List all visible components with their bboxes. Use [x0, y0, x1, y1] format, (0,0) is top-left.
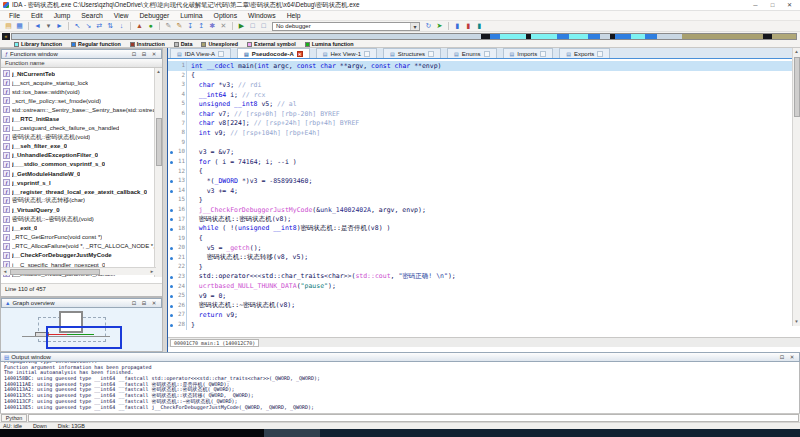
code-line[interactable]: 15 } — [168, 195, 800, 205]
script-file-icon[interactable]: ✎ — [163, 21, 174, 31]
function-list-item[interactable]: f_RTC_AllocaFailure(void *, _RTC_ALLOCA_… — [1, 242, 162, 251]
detach-icon[interactable] — [597, 51, 603, 57]
window-red-icon[interactable]: ▮ — [463, 21, 474, 31]
cross-ref-icon[interactable]: ⇄ — [94, 21, 105, 31]
pause-process-icon[interactable]: □ — [247, 21, 258, 31]
menu-help[interactable]: Help — [282, 12, 306, 19]
minimize-button[interactable]: ─ — [747, 0, 764, 10]
back-icon[interactable]: ◄ — [32, 21, 43, 31]
close-icon[interactable]: ✕ — [297, 51, 303, 57]
start-process-icon[interactable]: ▶ — [236, 21, 247, 31]
window-teal-icon[interactable]: ▮ — [474, 21, 485, 31]
maximize-panel-icon[interactable]: ⊟ — [140, 300, 148, 306]
function-list-item[interactable]: fstd::ostream::_Sentry_base::_Sentry_bas… — [1, 105, 162, 114]
chevron-down-icon[interactable]: ▾ — [410, 23, 419, 30]
detach-icon[interactable] — [218, 51, 224, 57]
menu-lumina[interactable]: Lumina — [175, 12, 207, 19]
maximize-panel-icon[interactable]: ⊟ — [140, 51, 148, 57]
code-line[interactable]: 18 while ( !(unsigned __int8)密码状态机::是否停机… — [168, 224, 800, 234]
close-button[interactable]: ✕ — [781, 0, 798, 10]
scroll-up-icon[interactable]: ▲ — [793, 48, 800, 56]
output-log[interactable]: Propagating type information...Function … — [0, 362, 800, 413]
close-panel-icon[interactable]: ✕ — [150, 51, 158, 57]
tab-pseudocode-a[interactable]: ▤Pseudocode-A✕ — [237, 48, 310, 58]
tab-hex-view-1[interactable]: ▤Hex View-1 — [316, 48, 377, 58]
python-cli-input[interactable] — [28, 414, 799, 422]
tab-enums[interactable]: ▤Enums — [447, 48, 496, 58]
function-list-item[interactable]: fj__CheckForDebuggerJustMyCode — [1, 251, 162, 260]
pseudocode-vertical-scrollbar[interactable]: ▲ ▼ — [792, 48, 800, 326]
maximize-button[interactable]: □ — [764, 0, 781, 10]
scroll-up-icon[interactable]: ▲ — [155, 68, 162, 76]
function-list-item[interactable]: f_scrt_file_policy::set_fmode(void) — [1, 96, 162, 105]
graph-viewport-rect[interactable] — [46, 326, 122, 349]
back-dropdown-icon[interactable]: ▾ — [43, 21, 54, 31]
function-list-item[interactable]: fj___stdio_common_vsprintf_s_0 — [1, 160, 162, 169]
function-list-item[interactable]: fstd::ios_base::width(void) — [1, 87, 162, 96]
function-list-item[interactable]: fj__scrt_acquire_startup_lock — [1, 78, 162, 87]
detach-icon[interactable]: ⊡ — [778, 354, 786, 360]
open-file-icon[interactable]: ▤ — [3, 21, 14, 31]
function-list-item[interactable]: f密码状态机::状态转移(char) — [1, 196, 162, 205]
menu-view[interactable]: View — [109, 12, 134, 19]
tab-ida-view-a[interactable]: ▤IDA View-A — [170, 48, 231, 58]
menu-debugger[interactable]: Debugger — [134, 12, 174, 19]
tab-structures[interactable]: ▤Structures — [383, 48, 441, 58]
code-line[interactable]: 5 unsigned __int8 v5; // al — [168, 99, 800, 109]
functions-window-header[interactable]: ƒ Functions window ⊡ ⊟ ✕ — [1, 49, 162, 59]
code-line[interactable]: 19 { — [168, 234, 800, 244]
function-name-column-header[interactable]: Function name — [1, 59, 162, 68]
code-line[interactable]: 20 v5 = _getch(); — [168, 243, 800, 253]
function-list-item[interactable]: f密码状态机::密码状态机(void) — [1, 133, 162, 142]
code-line[interactable]: 2{ — [168, 71, 800, 81]
function-list-item[interactable]: fj__castguard_check_failure_os_handled — [1, 124, 162, 133]
code-line[interactable]: 17 密码状态机::密码状态机(v8); — [168, 215, 800, 225]
scroll-thumb[interactable] — [794, 57, 800, 117]
code-line[interactable]: 16 j__CheckForDebuggerJustMyCode(&unk_14… — [168, 205, 800, 215]
jump-updown-icon[interactable]: ⇅ — [105, 21, 116, 31]
menu-search[interactable]: Search — [76, 12, 108, 19]
jump-prev-icon[interactable]: ↖ — [72, 21, 83, 31]
jump-down-icon[interactable]: ↓ — [116, 21, 127, 31]
function-list-item[interactable]: fj_UnhandledExceptionFilter_0 — [1, 151, 162, 160]
code-line[interactable]: 22 } — [168, 262, 800, 272]
functions-horizontal-scrollbar[interactable]: ◄ ► — [1, 267, 156, 275]
scroll-thumb[interactable] — [10, 269, 100, 275]
pseudocode-view[interactable]: 1int __cdecl main(int argc, const char *… — [168, 59, 800, 337]
function-list-item[interactable]: f_RTC_GetErrorFunc(void const *) — [1, 233, 162, 242]
debugger-select[interactable]: No debugger▾ — [272, 22, 420, 31]
save-icon[interactable]: ▦ — [14, 21, 25, 31]
function-list-item[interactable]: fj__seh_filter_exe_0 — [1, 142, 162, 151]
close-panel-icon[interactable]: ✕ — [150, 300, 158, 306]
scroll-left-icon[interactable]: ◄ — [1, 268, 9, 275]
menu-jump[interactable]: Jump — [49, 12, 76, 19]
code-line[interactable]: 4 __int64 i; // rcx — [168, 90, 800, 100]
code-line[interactable]: 10 v3 = &v7; — [168, 147, 800, 157]
menu-options[interactable]: Options — [209, 12, 242, 19]
navband-address-bar[interactable] — [11, 33, 797, 40]
graph-overview-canvas[interactable] — [1, 308, 162, 351]
ida-view-icon[interactable]: ▲ — [134, 21, 145, 31]
step-into-icon[interactable]: ↧ — [185, 21, 196, 31]
function-list-item[interactable]: fj__RTC_InitBase — [1, 114, 162, 123]
windows-taskbar[interactable] — [0, 429, 800, 437]
code-line[interactable]: 11 for ( i = 74164; i; --i ) — [168, 157, 800, 167]
run-to-icon[interactable]: ➤ — [434, 21, 445, 31]
code-line[interactable]: 7 char v8[224]; // [rsp+24h] [rbp+4h] BY… — [168, 119, 800, 129]
code-line[interactable]: 21 密码状态机::状态转移(v8, v5); — [168, 253, 800, 263]
function-list-item[interactable]: fj_GetModuleHandleW_0 — [1, 169, 162, 178]
code-line[interactable]: 14 v3 += 4; — [168, 186, 800, 196]
function-list-item[interactable]: fj__exit_0 — [1, 224, 162, 233]
code-line[interactable]: 27 return v9; — [168, 310, 800, 320]
code-line[interactable]: 25 v9 = 0; — [168, 291, 800, 301]
code-line[interactable]: 12 { — [168, 167, 800, 177]
function-list-item[interactable]: f密码状态机::~密码状态机(void) — [1, 215, 162, 224]
detach-icon[interactable] — [428, 51, 434, 57]
forward-icon[interactable]: ► — [54, 21, 65, 31]
code-line[interactable]: 1int __cdecl main(int argc, const char *… — [168, 61, 800, 71]
menu-file[interactable]: File — [4, 12, 25, 19]
menu-edit[interactable]: Edit — [26, 12, 48, 19]
patch-icon[interactable]: ✱ — [207, 21, 218, 31]
detach-icon[interactable] — [540, 51, 546, 57]
code-line[interactable]: 23 std::operator<<<std::char_traits<char… — [168, 272, 800, 282]
